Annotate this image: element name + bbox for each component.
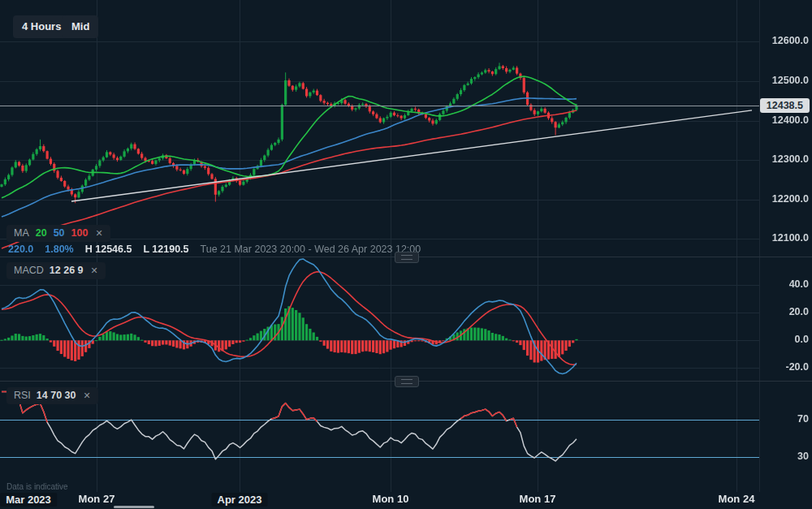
change-points: 220.0: [8, 244, 33, 255]
ma-close-icon[interactable]: ✕: [95, 228, 102, 238]
ma-indicator-legend: MA2050100✕: [6, 225, 110, 242]
time-axis-label: Mon 10: [373, 493, 409, 505]
current-price-tag: 12438.5: [760, 98, 810, 113]
macd-axis-label: 20.0: [789, 306, 809, 317]
rsi-indicator-legend: RSI14 70 30✕: [6, 387, 98, 404]
time-axis-label: Mon 24: [719, 493, 755, 505]
time-axis-label: Mar 2023: [0, 493, 57, 507]
change-percent: 1.80%: [45, 244, 73, 255]
time-axis-label: Apr 2023: [212, 493, 268, 507]
ma-period-20: 20: [36, 227, 47, 239]
macd-close-icon[interactable]: ✕: [91, 265, 98, 275]
macd-axis-label: -20.0: [786, 361, 810, 373]
macd-panel-resize-grip[interactable]: [395, 252, 419, 263]
macd-params: 12 26 9: [50, 265, 84, 276]
rsi-axis-label: 70: [797, 413, 809, 425]
low-value: L 12190.5: [143, 244, 188, 255]
price-stats-row: 220.01.80%H 12546.5L 12190.5Tue 21 Mar 2…: [8, 244, 421, 255]
time-axis-label: Mon 27: [79, 493, 115, 505]
price-axis-label: 12100.0: [772, 232, 809, 244]
ma-period-100: 100: [71, 227, 89, 239]
price-axis-label: 12400.0: [772, 114, 809, 126]
price-axis-label: 12500.0: [772, 75, 809, 86]
high-value: H 12546.5: [85, 244, 132, 255]
macd-indicator-name: MACD: [14, 265, 44, 276]
disclaimer-text: Data is indicative: [6, 482, 68, 491]
ma-indicator-name: MA: [14, 227, 29, 239]
trading-chart-window: 4 Hours Mid MA2050100✕ 220.01.80%H 12546…: [0, 0, 812, 509]
horizontal-scrollbar-thumb[interactable]: [114, 506, 154, 508]
rsi-panel-resize-grip[interactable]: [395, 376, 419, 387]
timeframe-button[interactable]: 4 Hours: [13, 15, 70, 38]
price-axis-label: 12600.0: [772, 35, 809, 46]
price-axis-label: 12300.0: [772, 153, 809, 165]
rsi-params: 14 70 30: [37, 390, 76, 401]
macd-axis-label: 40.0: [789, 278, 809, 290]
price-type-label: Mid: [71, 20, 89, 32]
rsi-close-icon[interactable]: ✕: [84, 390, 91, 400]
rsi-axis-label: 30: [797, 451, 809, 462]
macd-axis-label: 0.0: [795, 334, 809, 345]
visible-date-range: Tue 21 Mar 2023 20:00 - Wed 26 Apr 2023 …: [201, 244, 421, 255]
time-axis-label: Mon 17: [520, 493, 556, 505]
price-type-button[interactable]: Mid: [63, 15, 98, 38]
price-axis-label: 12200.0: [772, 193, 809, 205]
ma-period-50: 50: [54, 227, 65, 239]
timeframe-label: 4 Hours: [22, 20, 61, 32]
rsi-indicator-name: RSI: [14, 390, 31, 401]
macd-indicator-legend: MACD12 26 9✕: [6, 262, 106, 279]
